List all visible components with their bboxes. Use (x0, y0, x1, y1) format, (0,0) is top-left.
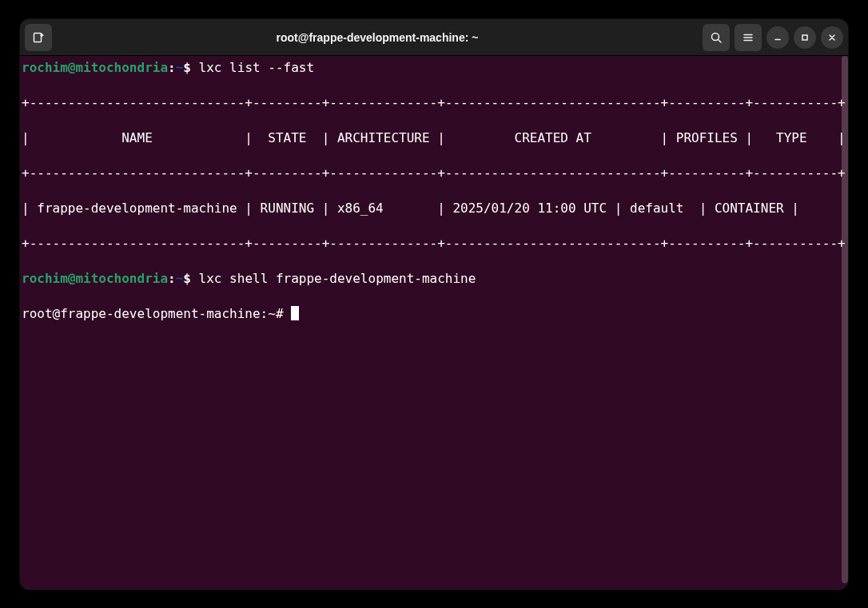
table-border: +----------------------------+---------+… (22, 94, 846, 112)
search-button[interactable] (703, 24, 730, 51)
svg-rect-0 (34, 33, 42, 42)
command-text: lxc shell frappe-development-machine (199, 271, 476, 286)
prompt-sep: : (168, 271, 176, 286)
terminal-body[interactable]: rochim@mitochondria:~$ lxc list --fast +… (20, 56, 848, 590)
prompt-path: ~ (176, 271, 184, 286)
prompt-root: root@frappe-development-machine:~# (22, 306, 291, 321)
cursor (291, 306, 299, 320)
terminal-window: root@frappe-development-machine: ~ (20, 19, 848, 590)
titlebar: root@frappe-development-machine: ~ (20, 19, 848, 56)
prompt-dollar: $ (183, 271, 198, 286)
prompt-path: ~ (176, 60, 184, 75)
table-border: +----------------------------+---------+… (22, 235, 846, 252)
table-header: | NAME | STATE | ARCHITECTURE | CREATED … (22, 129, 846, 147)
table-row: | frappe-development-machine | RUNNING |… (22, 200, 846, 217)
svg-rect-2 (802, 35, 807, 40)
new-tab-button[interactable] (25, 24, 52, 51)
maximize-button[interactable] (794, 26, 816, 49)
prompt-user: rochim@mitochondria (22, 271, 168, 286)
prompt-sep: : (168, 60, 176, 75)
minimize-button[interactable] (766, 26, 789, 49)
table-border: +----------------------------+---------+… (22, 165, 846, 182)
prompt-user: rochim@mitochondria (22, 60, 168, 75)
scrollbar[interactable] (842, 56, 848, 590)
prompt-dollar: $ (183, 60, 198, 75)
close-button[interactable] (821, 26, 843, 49)
window-title: root@frappe-development-machine: ~ (57, 31, 698, 44)
scrollbar-thumb[interactable] (842, 56, 848, 583)
menu-button[interactable] (735, 24, 762, 51)
command-text: lxc list --fast (199, 60, 315, 75)
